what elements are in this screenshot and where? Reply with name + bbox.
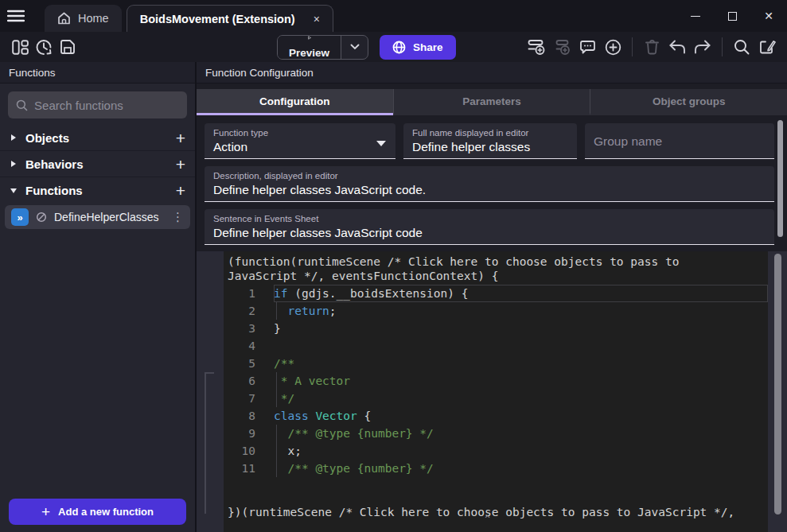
preview-button[interactable]: Preview xyxy=(278,36,341,59)
menu-button[interactable] xyxy=(0,0,32,32)
share-label: Share xyxy=(413,41,443,53)
tab-close-icon[interactable]: × xyxy=(314,13,320,25)
function-item-label: DefineHelperClasses xyxy=(54,211,159,223)
function-item-menu-icon[interactable]: ⋮ xyxy=(172,210,184,224)
close-button[interactable]: ✕ xyxy=(750,0,787,32)
code-line[interactable]: 6 * A vector xyxy=(224,372,768,390)
tab-home[interactable]: Home xyxy=(45,5,122,32)
line-number: 10 xyxy=(224,445,255,457)
sidebar-section-behaviors[interactable]: Behaviors + xyxy=(0,151,195,177)
preview-dropdown-button[interactable] xyxy=(341,36,368,59)
tab-home-label: Home xyxy=(78,12,109,25)
chevron-down-icon xyxy=(350,44,360,50)
line-number: 2 xyxy=(224,305,255,317)
code-line[interactable]: 1if (gdjs.__boidsExtension) { xyxy=(224,285,768,302)
tab-parameters[interactable]: Parameters xyxy=(393,89,590,115)
add-other-button[interactable] xyxy=(601,35,625,59)
line-number: 9 xyxy=(224,427,255,440)
history-button[interactable] xyxy=(32,35,56,59)
globe-icon xyxy=(392,41,406,54)
add-new-function-button[interactable]: + Add a new function xyxy=(9,499,186,525)
code-line[interactable]: 9 /** @type {number} */ xyxy=(224,425,768,442)
code-line[interactable]: 10 x; xyxy=(224,442,768,460)
preview-split-button: Preview xyxy=(277,35,368,60)
line-number: 3 xyxy=(224,322,255,335)
code-line[interactable]: 8class Vector { xyxy=(224,407,768,425)
add-function-plus-button[interactable]: + xyxy=(176,182,185,199)
code-line[interactable]: 5/** xyxy=(224,355,768,372)
history-clock-icon xyxy=(35,39,53,56)
minimize-icon xyxy=(691,16,700,17)
maximize-button[interactable] xyxy=(714,0,750,32)
tab-configuration[interactable]: Configuration xyxy=(197,89,393,115)
chevron-down-icon xyxy=(10,188,18,194)
tab-project[interactable]: BoidsMovement (Extension) × xyxy=(127,5,333,32)
group-name-input[interactable] xyxy=(594,134,766,149)
line-content: */ xyxy=(274,390,768,407)
extension-pencil-icon xyxy=(758,39,776,56)
code-editor[interactable]: (function(runtimeScene /* Click here to … xyxy=(224,251,768,532)
line-number: 7 xyxy=(224,392,255,405)
code-line[interactable]: 3} xyxy=(224,320,768,337)
titlebar: Home BoidsMovement (Extension) × ✕ xyxy=(0,0,787,32)
edit-extension-button[interactable] xyxy=(755,35,779,59)
preview-share-group: Preview Share xyxy=(277,35,456,60)
editor-scrollbar-thumb[interactable] xyxy=(774,254,781,515)
save-button[interactable] xyxy=(56,35,80,59)
group-name-field[interactable] xyxy=(585,123,774,159)
code-wrapper-footer[interactable]: })(runtimeScene /* Click here to choose … xyxy=(224,478,768,532)
expand-hint-caret[interactable]: ^ xyxy=(485,514,490,524)
description-field[interactable]: Description, displayed in editor xyxy=(205,166,774,202)
full-name-field[interactable]: Full name displayed in editor xyxy=(403,123,577,159)
code-line[interactable]: 2 return; xyxy=(224,302,768,320)
line-content: * A vector xyxy=(274,372,768,390)
plus-icon: + xyxy=(41,503,50,521)
search-functions-box[interactable] xyxy=(8,91,187,118)
search-functions-input[interactable] xyxy=(34,99,179,112)
sidebar-section-objects[interactable]: Objects + xyxy=(0,125,195,151)
function-type-value: Action xyxy=(213,140,387,154)
description-input[interactable] xyxy=(213,183,766,197)
config-scrollbar[interactable] xyxy=(777,120,783,237)
function-type-label: Function type xyxy=(213,128,387,138)
sentence-field[interactable]: Sentence in Events Sheet xyxy=(205,209,774,245)
code-line[interactable]: 4 xyxy=(224,337,768,355)
add-object-button[interactable]: + xyxy=(176,130,185,146)
line-content: } xyxy=(274,320,768,337)
function-type-select[interactable]: Function type Action xyxy=(205,123,395,159)
add-behavior-button[interactable]: + xyxy=(176,156,185,173)
line-number: 6 xyxy=(224,375,255,387)
line-content: return; xyxy=(274,302,768,320)
add-comment-button[interactable] xyxy=(575,35,599,59)
search-icon xyxy=(734,39,750,55)
home-icon xyxy=(57,12,71,25)
share-button[interactable]: Share xyxy=(380,35,456,60)
hamburger-icon xyxy=(7,10,25,22)
code-wrapper-header[interactable]: (function(runtimeScene /* Click here to … xyxy=(224,255,768,283)
editor-scrollbar-track[interactable] xyxy=(768,251,787,532)
full-name-label: Full name displayed in editor xyxy=(412,128,568,138)
sidebar-title: Functions xyxy=(0,62,195,83)
section-label: Objects xyxy=(25,131,69,145)
add-event-button[interactable] xyxy=(524,35,548,59)
code-line[interactable]: 11 /** @type {number} */ xyxy=(224,460,768,477)
line-content: x; xyxy=(274,442,768,460)
redo-button[interactable] xyxy=(691,35,715,59)
add-subevent-icon xyxy=(553,39,571,56)
tab-object-groups[interactable]: Object groups xyxy=(590,89,787,115)
project-manager-button[interactable] xyxy=(8,35,32,59)
full-name-input[interactable] xyxy=(412,140,568,154)
code-line[interactable]: 7 */ xyxy=(224,390,768,407)
configuration-tabs: Configuration Parameters Object groups xyxy=(197,89,787,115)
add-subevent-button[interactable] xyxy=(550,35,574,59)
sentence-label: Sentence in Events Sheet xyxy=(213,214,766,223)
comment-bubble-icon xyxy=(579,40,596,55)
function-item-definehelperclasses[interactable]: » DefineHelperClasses ⋮ xyxy=(5,205,190,229)
bracket-guide xyxy=(205,372,214,514)
undo-button[interactable] xyxy=(665,35,689,59)
sidebar-section-functions[interactable]: Functions + xyxy=(0,177,195,204)
sentence-input[interactable] xyxy=(213,226,766,240)
delete-button[interactable] xyxy=(640,35,664,59)
search-events-button[interactable] xyxy=(730,35,754,59)
minimize-button[interactable] xyxy=(677,0,714,32)
